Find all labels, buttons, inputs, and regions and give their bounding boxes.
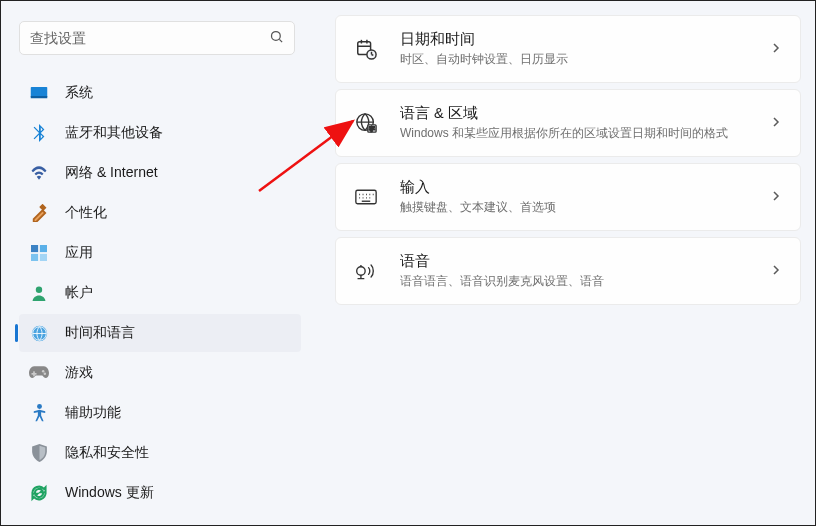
nav-list: 系统 蓝牙和其他设备 网络 & Internet 个性化	[15, 73, 305, 513]
sidebar-item-bluetooth[interactable]: 蓝牙和其他设备	[19, 114, 301, 152]
card-voice[interactable]: 语音 语音语言、语音识别麦克风设置、语音	[335, 237, 801, 305]
nav-label: 网络 & Internet	[65, 164, 158, 182]
nav-label: 系统	[65, 84, 93, 102]
card-title: 输入	[400, 178, 770, 197]
time-language-icon	[29, 323, 49, 343]
voice-icon	[354, 259, 378, 283]
svg-rect-3	[31, 96, 48, 98]
svg-point-36	[357, 267, 365, 275]
svg-rect-4	[31, 245, 38, 252]
svg-text:字: 字	[369, 125, 375, 132]
sidebar-item-update[interactable]: Windows 更新	[19, 474, 301, 512]
card-body: 语言 & 区域 Windows 和某些应用根据你所在的区域设置日期和时间的格式	[400, 104, 770, 142]
search-input[interactable]	[30, 30, 269, 46]
sidebar-item-personalization[interactable]: 个性化	[19, 194, 301, 232]
card-body: 日期和时间 时区、自动时钟设置、日历显示	[400, 30, 770, 68]
date-time-icon	[354, 37, 378, 61]
card-subtitle: 语音语言、语音识别麦克风设置、语音	[400, 273, 770, 290]
svg-line-21	[372, 55, 374, 56]
svg-point-0	[272, 31, 281, 40]
card-body: 语音 语音语言、语音识别麦克风设置、语音	[400, 252, 770, 290]
svg-rect-7	[40, 254, 47, 261]
accounts-icon	[29, 283, 49, 303]
gaming-icon	[29, 363, 49, 383]
sidebar: 系统 蓝牙和其他设备 网络 & Internet 个性化	[1, 1, 311, 525]
main-content: 日期和时间 时区、自动时钟设置、日历显示 字 语言 & 区域 Windows 和…	[311, 1, 815, 525]
system-icon	[29, 83, 49, 103]
svg-rect-13	[32, 373, 37, 375]
sidebar-item-apps[interactable]: 应用	[19, 234, 301, 272]
sidebar-item-accessibility[interactable]: 辅助功能	[19, 394, 301, 432]
svg-point-14	[37, 404, 42, 409]
search-box[interactable]	[19, 21, 295, 55]
bluetooth-icon	[29, 123, 49, 143]
card-subtitle: 触摸键盘、文本建议、首选项	[400, 199, 770, 216]
nav-label: 游戏	[65, 364, 93, 382]
nav-label: Windows 更新	[65, 484, 154, 502]
svg-line-1	[279, 39, 282, 42]
sidebar-item-privacy[interactable]: 隐私和安全性	[19, 434, 301, 472]
svg-point-11	[44, 373, 47, 376]
sidebar-item-gaming[interactable]: 游戏	[19, 354, 301, 392]
sidebar-item-network[interactable]: 网络 & Internet	[19, 154, 301, 192]
chevron-right-icon	[770, 262, 782, 280]
nav-label: 隐私和安全性	[65, 444, 149, 462]
personalization-icon	[29, 203, 49, 223]
svg-point-10	[42, 370, 45, 373]
search-icon	[269, 29, 284, 48]
card-title: 语言 & 区域	[400, 104, 770, 123]
nav-label: 辅助功能	[65, 404, 121, 422]
svg-rect-6	[31, 254, 38, 261]
accessibility-icon	[29, 403, 49, 423]
card-subtitle: Windows 和某些应用根据你所在的区域设置日期和时间的格式	[400, 125, 770, 142]
nav-label: 蓝牙和其他设备	[65, 124, 163, 142]
nav-label: 应用	[65, 244, 93, 262]
card-subtitle: 时区、自动时钟设置、日历显示	[400, 51, 770, 68]
nav-label: 时间和语言	[65, 324, 135, 342]
sidebar-item-time-language[interactable]: 时间和语言	[19, 314, 301, 352]
language-region-icon: 字	[354, 111, 378, 135]
svg-rect-5	[40, 245, 47, 252]
nav-label: 个性化	[65, 204, 107, 222]
sidebar-item-accounts[interactable]: 帐户	[19, 274, 301, 312]
chevron-right-icon	[770, 188, 782, 206]
keyboard-icon	[354, 185, 378, 209]
card-body: 输入 触摸键盘、文本建议、首选项	[400, 178, 770, 216]
privacy-icon	[29, 443, 49, 463]
card-title: 语音	[400, 252, 770, 271]
card-date-time[interactable]: 日期和时间 时区、自动时钟设置、日历显示	[335, 15, 801, 83]
nav-label: 帐户	[65, 284, 93, 302]
card-input[interactable]: 输入 触摸键盘、文本建议、首选项	[335, 163, 801, 231]
chevron-right-icon	[770, 114, 782, 132]
card-title: 日期和时间	[400, 30, 770, 49]
chevron-right-icon	[770, 40, 782, 58]
card-language-region[interactable]: 字 语言 & 区域 Windows 和某些应用根据你所在的区域设置日期和时间的格…	[335, 89, 801, 157]
svg-point-8	[36, 287, 42, 293]
sidebar-item-system[interactable]: 系统	[19, 74, 301, 112]
apps-icon	[29, 243, 49, 263]
update-icon	[29, 483, 49, 503]
network-icon	[29, 163, 49, 183]
svg-rect-2	[31, 87, 48, 98]
